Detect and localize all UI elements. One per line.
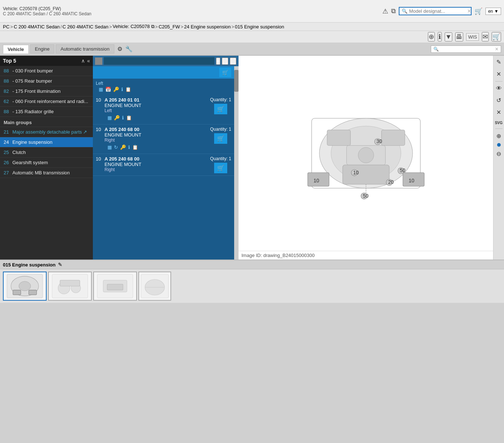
tab-search-clear[interactable]: ✕ bbox=[495, 47, 499, 52]
sidebar-controls: ∧ « bbox=[81, 58, 90, 64]
part-2-grid-icon[interactable]: ▦ bbox=[107, 145, 112, 150]
part-2-doc-icon[interactable]: 📋 bbox=[132, 145, 138, 150]
sidebar-item-top5-5[interactable]: 88 - 135 Radiator grille bbox=[0, 107, 93, 117]
svg-btn[interactable]: SVG bbox=[493, 119, 504, 126]
part-2-refresh-icon[interactable]: ↻ bbox=[114, 145, 118, 150]
part-2-info-icon[interactable]: ℹ bbox=[128, 145, 130, 150]
svg-rect-5 bbox=[343, 165, 389, 184]
grid-view-btn[interactable]: ⛶ bbox=[222, 58, 228, 65]
part-1-info-icon[interactable]: ℹ bbox=[122, 115, 124, 120]
part-1-cart-btn[interactable]: 🛒 bbox=[214, 104, 227, 114]
sidebar-item-top5-4[interactable]: 62 - 060 Front reinforcement and radi... bbox=[0, 96, 93, 107]
parts-search-input[interactable] bbox=[104, 57, 214, 65]
sidebar-collapse-btn[interactable]: ∧ bbox=[81, 58, 85, 64]
wis-btn[interactable]: WIS bbox=[466, 33, 479, 41]
sidebar-item-27[interactable]: 27 Automatic MB transmission bbox=[0, 168, 93, 178]
calendar-icon[interactable]: 📅 bbox=[105, 87, 111, 92]
zoom-in-rt-btn[interactable]: ⊕ bbox=[495, 131, 503, 141]
part-2-key-icon[interactable]: 🔑 bbox=[120, 145, 126, 150]
breadcrumb-015engine[interactable]: 015 Engine suspension bbox=[235, 24, 284, 29]
part-1-name: ENGINE MOUNT bbox=[105, 103, 210, 108]
doc-icon[interactable]: 📋 bbox=[125, 87, 131, 92]
top-cart-row: 🛒 bbox=[93, 66, 234, 79]
filter-btn[interactable]: ▼ bbox=[445, 32, 453, 41]
part-3-qty-label: Quantity: 1 bbox=[210, 156, 231, 161]
cart-bc-btn[interactable]: 🛒 bbox=[492, 32, 501, 41]
sidebar-header: Top 5 ∧ « bbox=[0, 56, 93, 66]
tools-icon[interactable]: 🔧 bbox=[125, 46, 133, 52]
part-1-doc-icon[interactable]: 📋 bbox=[126, 115, 132, 120]
thumb-2[interactable] bbox=[48, 272, 92, 301]
lang-selector[interactable]: en ▼ bbox=[485, 8, 501, 15]
thumb-1-svg bbox=[4, 272, 46, 300]
parts-scrollbar-thumb[interactable] bbox=[234, 70, 239, 92]
edit-btn[interactable]: ✎ bbox=[495, 57, 503, 67]
tab-search-input[interactable] bbox=[440, 47, 495, 52]
clear-search-icon[interactable]: ✕ bbox=[467, 8, 471, 14]
info-icon[interactable]: ℹ bbox=[121, 87, 123, 92]
info-btn[interactable]: ℹ bbox=[438, 32, 442, 41]
right-toolbar: ✎ ✕ 👁 ↺ ✕ SVG ⊕ ⊖ bbox=[493, 56, 504, 260]
sidebar-item-21[interactable]: 21 Major assembly detachable parts ↗ bbox=[0, 127, 93, 137]
tab-automatic[interactable]: Automatic transmission bbox=[56, 44, 114, 54]
tab-vehicle[interactable]: Vehicle bbox=[3, 45, 29, 54]
parts-panel: ≡ ⛶ ⛶ 🛒 Left ▦ 📅 🔑 ℹ 📋 bbox=[93, 56, 239, 260]
expand-btn[interactable]: ⛶ bbox=[230, 58, 236, 65]
sidebar-items: 88 - 030 Front bumper 88 - 075 Rear bump… bbox=[0, 66, 93, 260]
key-icon[interactable]: 🔑 bbox=[113, 87, 119, 92]
svg-point-22 bbox=[358, 147, 374, 163]
sidebar-item-top5-2[interactable]: 88 - 075 Rear bumper bbox=[0, 76, 93, 86]
tab-engine[interactable]: Engine bbox=[30, 44, 54, 54]
sidebar-item-24[interactable]: 24 Engine suspension bbox=[0, 137, 93, 147]
diagram-area: 10 10 30 10 20 50 50 bbox=[239, 56, 493, 251]
part-3-cart-btn[interactable]: 🛒 bbox=[214, 163, 227, 173]
cross-btn[interactable]: ✕ bbox=[495, 107, 503, 117]
grid-icon[interactable]: ▦ bbox=[99, 87, 103, 92]
part-row-3: 10 A 205 240 68 00 ENGINE MOUNT Right Qu… bbox=[93, 154, 234, 176]
breadcrumb-vehicle[interactable]: Vehicle: C205078 ⧉ bbox=[113, 24, 154, 29]
print-btn[interactable]: 🖶 bbox=[455, 32, 463, 41]
breadcrumb-c260[interactable]: C 260 4MATIC Sedan bbox=[63, 24, 109, 29]
breadcrumb-pc[interactable]: PC bbox=[3, 24, 9, 29]
parts-color-swatch bbox=[95, 58, 102, 65]
eye-btn[interactable]: 👁 bbox=[495, 84, 503, 93]
rt-sep-1 bbox=[495, 81, 503, 82]
part-3-code: A 205 240 68 00 bbox=[105, 156, 210, 162]
history-btn[interactable]: ↺ bbox=[495, 95, 503, 105]
svg-text:10: 10 bbox=[353, 170, 359, 175]
mail-btn[interactable]: ✉ bbox=[482, 32, 489, 41]
image-id-label: Image ID: drawing_B24015000300 bbox=[241, 253, 315, 258]
model-search-input[interactable] bbox=[409, 8, 467, 14]
part-1-grid-icon[interactable]: ▦ bbox=[107, 115, 112, 120]
breadcrumb-c205fw[interactable]: C205_FW bbox=[158, 24, 180, 29]
close-panel-btn[interactable]: ✕ bbox=[495, 69, 503, 79]
zoom-in-btn[interactable]: ⊕ bbox=[428, 32, 435, 41]
sidebar-item-25[interactable]: 25 Clutch bbox=[0, 147, 93, 158]
top-cart-btn[interactable]: 🛒 bbox=[219, 68, 231, 77]
zoom-out-rt-btn[interactable]: ⊖ bbox=[495, 149, 503, 159]
thumb-1[interactable] bbox=[3, 272, 47, 301]
list-view-btn[interactable]: ≡ bbox=[216, 58, 220, 65]
part-2-cart-btn[interactable]: 🛒 bbox=[214, 133, 227, 144]
sidebar-item-26[interactable]: 26 Gearshift system bbox=[0, 158, 93, 168]
breadcrumb-24engine[interactable]: 24 Engine suspension bbox=[184, 24, 231, 29]
part-row-1-inner: 10 A 205 240 01 01 ENGINE MOUNT Left Qua… bbox=[96, 97, 231, 114]
vehicle-label: Vehicle: C205078 (C205_FW) bbox=[3, 6, 91, 11]
part-1-key-icon[interactable]: 🔑 bbox=[114, 115, 120, 120]
thumb-3[interactable] bbox=[93, 272, 137, 301]
alert-icon[interactable]: ⚠ bbox=[382, 7, 388, 15]
model-search-box[interactable]: 🔍 ✕ bbox=[399, 7, 472, 15]
settings-icon[interactable]: ⚙ bbox=[117, 46, 122, 52]
sidebar-item-top5-1[interactable]: 88 - 030 Front bumper bbox=[0, 66, 93, 76]
sidebar-item-top5-3[interactable]: 82 - 175 Front illumination bbox=[0, 86, 93, 96]
parts-scrollbar[interactable] bbox=[234, 66, 239, 260]
bottom-edit-icon[interactable]: ✎ bbox=[58, 262, 62, 268]
part-2-actions: ▦ ↻ 🔑 ℹ 📋 bbox=[96, 144, 231, 151]
breadcrumb-c200[interactable]: C 200 4MATIC Sedan bbox=[14, 24, 60, 29]
copy-icon[interactable]: ⧉ bbox=[391, 7, 396, 15]
tab-search-box[interactable]: 🔍 ✕ bbox=[431, 46, 501, 53]
sidebar-close-btn[interactable]: « bbox=[87, 58, 90, 64]
sidebar-section-main-groups: Main groups bbox=[0, 117, 93, 127]
cart-icon[interactable]: 🛒 bbox=[475, 7, 483, 15]
thumb-4[interactable] bbox=[138, 272, 171, 301]
